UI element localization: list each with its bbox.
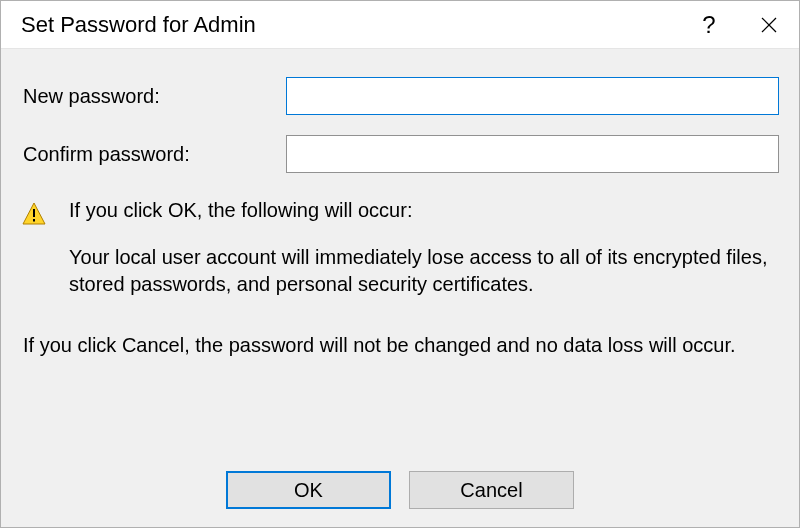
- confirm-password-input[interactable]: [286, 135, 779, 173]
- cancel-button[interactable]: Cancel: [409, 471, 574, 509]
- new-password-row: New password:: [21, 77, 779, 115]
- help-button[interactable]: ?: [679, 1, 739, 48]
- ok-button[interactable]: OK: [226, 471, 391, 509]
- window-title: Set Password for Admin: [21, 12, 679, 38]
- warning-icon: [21, 199, 51, 298]
- button-row: OK Cancel: [21, 453, 779, 527]
- new-password-label: New password:: [21, 85, 286, 108]
- titlebar-controls: ?: [679, 1, 799, 48]
- new-password-input[interactable]: [286, 77, 779, 115]
- dialog-content: New password: Confirm password: If you c…: [1, 49, 799, 527]
- warning-heading: If you click OK, the following will occu…: [69, 199, 771, 222]
- cancel-note: If you click Cancel, the password will n…: [21, 332, 779, 359]
- svg-rect-3: [33, 219, 35, 222]
- close-button[interactable]: [739, 1, 799, 48]
- help-icon: ?: [702, 11, 715, 39]
- warning-text: If you click OK, the following will occu…: [51, 199, 779, 298]
- warning-block: If you click OK, the following will occu…: [21, 199, 779, 298]
- confirm-password-label: Confirm password:: [21, 143, 286, 166]
- titlebar: Set Password for Admin ?: [1, 1, 799, 49]
- close-icon: [760, 16, 778, 34]
- svg-rect-2: [33, 209, 35, 217]
- set-password-dialog: Set Password for Admin ? New password: C…: [0, 0, 800, 528]
- warning-body: Your local user account will immediately…: [69, 244, 771, 298]
- confirm-password-row: Confirm password:: [21, 135, 779, 173]
